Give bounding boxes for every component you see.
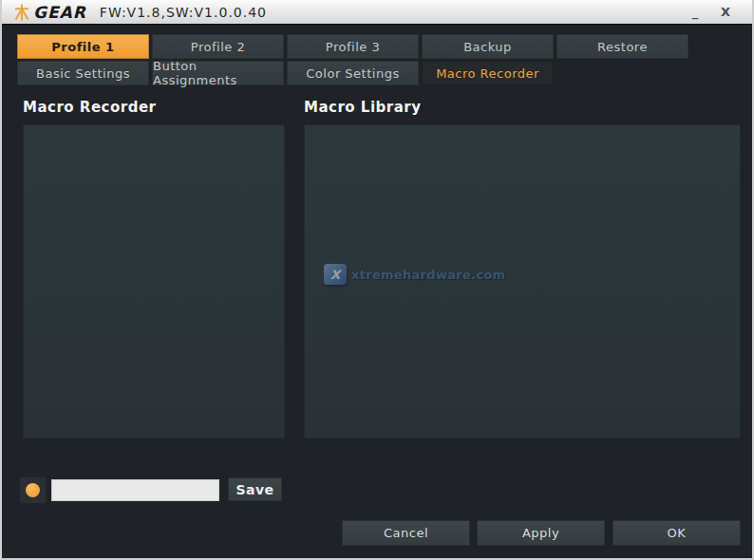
close-button[interactable]: X [718,4,733,21]
brand-logo: GEAR [13,3,86,22]
app-window: GEAR FW:V1.8,SW:V1.0.0.40 _ X Profile 1 … [0,0,754,560]
watermark: X xtremehardware.com [324,264,505,285]
save-button[interactable]: Save [228,477,282,501]
tab-profile-2[interactable]: Profile 2 [152,34,284,59]
tab-button-assignments[interactable]: Button Assignments [152,61,284,85]
macro-library-heading: Macro Library [304,99,422,116]
minimize-button[interactable]: _ [688,4,703,21]
xtremehardware-logo-icon: X [324,264,347,285]
macro-recorder-list [23,124,285,439]
brand-name: GEAR [33,3,86,22]
fnatic-logo-icon [13,4,30,21]
titlebar: GEAR FW:V1.8,SW:V1.0.0.40 _ X [2,0,752,25]
tab-basic-settings[interactable]: Basic Settings [17,61,149,85]
tab-macro-recorder[interactable]: Macro Recorder [422,61,554,85]
window-controls: _ X [688,4,745,21]
tab-profile-3[interactable]: Profile 3 [287,34,419,59]
tab-restore[interactable]: Restore [556,34,688,59]
watermark-text: xtremehardware.com [351,268,505,282]
tab-profile-1[interactable]: Profile 1 [17,34,149,59]
apply-button[interactable]: Apply [477,520,605,546]
cancel-button[interactable]: Cancel [342,520,470,546]
macro-library-list: X xtremehardware.com [304,124,741,439]
ok-button[interactable]: OK [613,520,741,546]
tab-backup[interactable]: Backup [422,34,554,59]
tab-color-settings[interactable]: Color Settings [287,61,419,85]
record-button[interactable] [19,476,47,504]
macro-name-input[interactable] [51,479,219,501]
firmware-version-text: FW:V1.8,SW:V1.0.0.40 [100,5,267,20]
record-dot-icon [26,483,40,497]
macro-recorder-heading: Macro Recorder [23,99,157,116]
